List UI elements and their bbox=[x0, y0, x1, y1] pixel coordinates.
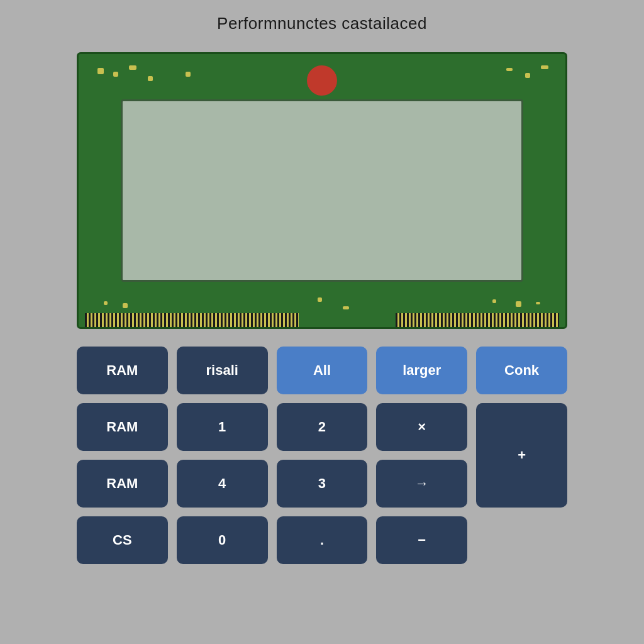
circuit-board bbox=[77, 52, 567, 329]
minus-btn[interactable]: − bbox=[376, 516, 467, 564]
connector-right bbox=[396, 313, 559, 327]
arrow-btn[interactable]: → bbox=[376, 460, 467, 508]
pcb-dot bbox=[492, 299, 496, 303]
cs-btn[interactable]: CS bbox=[77, 516, 168, 564]
dot-btn[interactable]: . bbox=[277, 516, 368, 564]
pcb-dot bbox=[506, 68, 513, 71]
plus-btn[interactable]: + bbox=[476, 403, 567, 508]
conk-btn[interactable]: Conk bbox=[476, 347, 567, 394]
display-screen bbox=[121, 99, 523, 282]
larger-btn[interactable]: larger bbox=[376, 347, 467, 394]
pcb-red-circle bbox=[307, 65, 337, 96]
ram-btn-1[interactable]: RAM bbox=[77, 347, 168, 394]
pcb-dot bbox=[318, 297, 322, 302]
pcb-dot bbox=[186, 72, 191, 77]
page-title: Performnunctes castailaced bbox=[217, 14, 427, 33]
multiply-btn[interactable]: × bbox=[376, 403, 467, 451]
pcb-dot bbox=[104, 301, 108, 305]
pcb-dot bbox=[536, 302, 540, 304]
ram-btn-2[interactable]: RAM bbox=[77, 403, 168, 451]
num-3-btn[interactable]: 3 bbox=[277, 460, 368, 508]
pcb-dot bbox=[148, 76, 153, 81]
pcb-dot bbox=[129, 65, 136, 70]
pcb-dot bbox=[516, 301, 521, 307]
ram-btn-3[interactable]: RAM bbox=[77, 460, 168, 508]
pcb-dot bbox=[343, 306, 349, 309]
pcb-dot bbox=[123, 303, 128, 308]
pcb-dot bbox=[541, 65, 548, 69]
connector-left bbox=[85, 313, 299, 327]
num-1-btn[interactable]: 1 bbox=[177, 403, 268, 451]
pcb-dot bbox=[113, 72, 118, 77]
pcb-dot bbox=[525, 73, 530, 78]
button-area: RAM risali All larger Conk RAM 1 2 × + R… bbox=[77, 347, 567, 564]
all-btn[interactable]: All bbox=[277, 347, 368, 394]
pcb-dot bbox=[97, 68, 104, 74]
num-4-btn[interactable]: 4 bbox=[177, 460, 268, 508]
risali-btn[interactable]: risali bbox=[177, 347, 268, 394]
num-0-btn[interactable]: 0 bbox=[177, 516, 268, 564]
num-2-btn[interactable]: 2 bbox=[277, 403, 368, 451]
